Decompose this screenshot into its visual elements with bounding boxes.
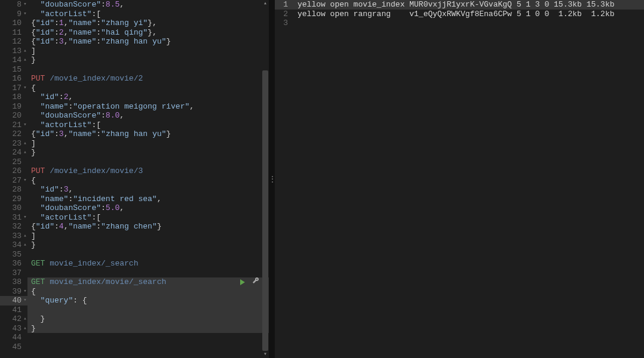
line-number[interactable]: 11 xyxy=(0,28,27,38)
scroll-thumb[interactable] xyxy=(262,70,268,351)
line-number[interactable]: 16 xyxy=(0,74,27,84)
editor-scrollbar[interactable]: ▴ ▾ xyxy=(262,0,269,358)
code-line[interactable]: GET movie_index/_search xyxy=(27,259,269,268)
code-line[interactable] xyxy=(27,268,269,278)
code-line[interactable] xyxy=(27,342,269,352)
code-line[interactable]: {"id":2,"name":"hai qing"}, xyxy=(27,28,269,38)
code-line[interactable]: {"id":4,"name":"zhang chen"} xyxy=(27,222,269,232)
code-line[interactable] xyxy=(27,65,269,75)
line-number[interactable]: 44 xyxy=(0,333,27,342)
code-line[interactable] xyxy=(27,158,269,167)
code-line[interactable]: } xyxy=(27,324,269,334)
line-number[interactable]: 34▴ xyxy=(0,240,27,250)
fold-open-icon[interactable]: ▾ xyxy=(23,296,27,305)
fold-close-icon[interactable]: ▴ xyxy=(23,139,27,149)
fold-close-icon[interactable]: ▴ xyxy=(23,232,27,241)
code-line[interactable]: PUT /movie_index/movie/2 xyxy=(27,74,269,84)
code-line[interactable]: "doubanScore":5.0, xyxy=(27,203,269,213)
line-number[interactable]: 24▴ xyxy=(0,148,27,158)
scroll-down-arrow[interactable]: ▾ xyxy=(262,351,269,358)
fold-close-icon[interactable]: ▴ xyxy=(23,324,27,334)
scroll-up-arrow[interactable]: ▴ xyxy=(262,0,269,7)
code-line[interactable]: } xyxy=(27,314,269,324)
output-line[interactable] xyxy=(294,18,644,28)
code-line[interactable]: { xyxy=(27,176,269,186)
line-number[interactable]: 41 xyxy=(0,305,27,315)
code-line[interactable]: "id":3, xyxy=(27,185,269,195)
line-number[interactable]: 25 xyxy=(0,158,27,167)
code-line[interactable]: {"id":3,"name":"zhang han yu"} xyxy=(27,129,269,139)
line-number[interactable]: 21▾ xyxy=(0,121,27,130)
line-number[interactable]: 38 xyxy=(0,277,27,287)
line-number[interactable]: 29 xyxy=(0,195,27,204)
code-line[interactable]: "query": { xyxy=(27,296,269,305)
line-number[interactable]: 40▾ xyxy=(0,296,27,305)
line-number[interactable]: 23▴ xyxy=(0,139,27,149)
editor-code-area[interactable]: "doubanScore":8.5, "actorList":[{"id":1,… xyxy=(27,0,269,358)
line-number[interactable]: 22 xyxy=(0,129,27,139)
wrench-icon[interactable] xyxy=(252,277,259,288)
line-number[interactable]: 27▾ xyxy=(0,176,27,186)
line-number[interactable]: 32 xyxy=(0,222,27,232)
code-line[interactable]: ] xyxy=(27,139,269,149)
code-line[interactable]: "doubanScore":8.5, xyxy=(27,0,269,10)
fold-open-icon[interactable]: ▾ xyxy=(23,0,27,10)
fold-open-icon[interactable]: ▾ xyxy=(23,287,27,297)
fold-close-icon[interactable]: ▴ xyxy=(23,314,27,324)
line-number[interactable]: 10 xyxy=(0,18,27,28)
line-number[interactable]: 30 xyxy=(0,203,27,213)
code-line[interactable]: "actorList":[ xyxy=(27,213,269,223)
code-line[interactable] xyxy=(27,250,269,260)
line-number[interactable]: 43▴ xyxy=(0,324,27,334)
output-line[interactable]: yellow open movie_index MUR0vxjjR1yxrK-V… xyxy=(294,0,644,10)
code-line[interactable]: { xyxy=(27,287,269,297)
code-line[interactable]: "doubanScore":8.0, xyxy=(27,111,269,121)
code-line[interactable]: ] xyxy=(27,47,269,56)
fold-open-icon[interactable]: ▾ xyxy=(23,84,27,93)
line-number[interactable]: 18 xyxy=(0,92,27,102)
fold-open-icon[interactable]: ▾ xyxy=(23,176,27,186)
fold-open-icon[interactable]: ▾ xyxy=(23,121,27,130)
code-line[interactable]: GET movie_index/movie/_search xyxy=(27,277,269,287)
line-number[interactable]: 2 xyxy=(275,10,294,19)
code-line[interactable]: ] xyxy=(27,232,269,241)
fold-close-icon[interactable]: ▴ xyxy=(23,47,27,56)
line-number[interactable]: 20 xyxy=(0,111,27,121)
line-number[interactable]: 37 xyxy=(0,268,27,278)
fold-open-icon[interactable]: ▾ xyxy=(23,213,27,223)
line-number[interactable]: 1 xyxy=(275,0,294,10)
line-number[interactable]: 28 xyxy=(0,185,27,195)
code-line[interactable]: "actorList":[ xyxy=(27,121,269,130)
line-number[interactable]: 33▴ xyxy=(0,232,27,241)
code-line[interactable]: "actorList":[ xyxy=(27,10,269,19)
code-line[interactable] xyxy=(27,333,269,342)
line-number[interactable]: 13▴ xyxy=(0,47,27,56)
code-line[interactable]: } xyxy=(27,148,269,158)
line-number[interactable]: 3 xyxy=(275,18,294,28)
code-line[interactable]: { xyxy=(27,84,269,93)
line-number[interactable]: 9▾ xyxy=(0,10,27,19)
code-line[interactable]: "id":2, xyxy=(27,92,269,102)
fold-close-icon[interactable]: ▴ xyxy=(23,240,27,250)
line-number[interactable]: 8▾ xyxy=(0,0,27,10)
line-number[interactable]: 26 xyxy=(0,166,27,176)
code-line[interactable]: "name":"incident red sea", xyxy=(27,195,269,204)
line-number[interactable]: 31▾ xyxy=(0,213,27,223)
line-number[interactable]: 15 xyxy=(0,65,27,75)
code-line[interactable]: PUT /movie_index/movie/3 xyxy=(27,166,269,176)
line-number[interactable]: 17▾ xyxy=(0,84,27,93)
output-line[interactable]: yellow open rangrang v1_eQyQxRWKVgf8Ena6… xyxy=(294,10,644,19)
output-gutter[interactable]: 123 xyxy=(275,0,294,358)
play-icon[interactable] xyxy=(239,279,246,286)
line-number[interactable]: 36 xyxy=(0,259,27,268)
fold-open-icon[interactable]: ▾ xyxy=(23,10,27,19)
line-number[interactable]: 35 xyxy=(0,250,27,260)
code-line[interactable]: "name":"operation meigong river", xyxy=(27,102,269,112)
fold-close-icon[interactable]: ▴ xyxy=(23,148,27,158)
code-line[interactable]: } xyxy=(27,55,269,65)
line-number[interactable]: 19 xyxy=(0,102,27,112)
line-number[interactable]: 45 xyxy=(0,342,27,352)
output-code-area[interactable]: yellow open movie_index MUR0vxjjR1yxrK-V… xyxy=(294,0,644,358)
line-number[interactable]: 12 xyxy=(0,37,27,47)
code-line[interactable]: {"id":1,"name":"zhang yi"}, xyxy=(27,18,269,28)
